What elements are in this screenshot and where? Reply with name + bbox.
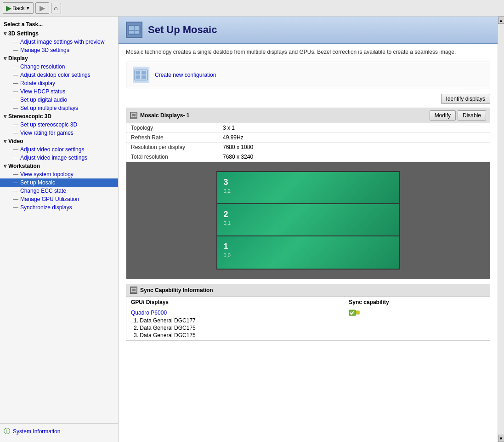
display-num-label-1: 1. [134, 317, 140, 324]
scroll-up-button[interactable]: ▲ [498, 17, 504, 24]
display-coord-3: 0,2 [224, 188, 393, 194]
dash-icon4: — [13, 72, 18, 78]
sidebar-bottom[interactable]: ⓘ System Information [0, 423, 118, 439]
refresh-row: Refresh Rate 49.99Hz [126, 133, 490, 143]
sidebar-item-video-image[interactable]: — Adjust video image settings [0, 154, 118, 162]
identify-displays-button[interactable]: Identify displays [441, 94, 490, 104]
col-sync-header: Sync capability [344, 297, 490, 308]
sidebar-category-display: ▿ Display [0, 54, 118, 63]
sidebar-item-desktop-color[interactable]: — Adjust desktop color settings [0, 71, 118, 79]
sidebar-category-video: ▿ Video [0, 137, 118, 145]
content-area: Set Up Mosaic Mosaic technology creates … [119, 17, 498, 442]
gpu-info-cell: Quadro P6000 1. Data General DGC177 2. D… [126, 308, 344, 341]
dash-icon7: — [13, 97, 18, 103]
sidebar-item-multiple-displays[interactable]: — Set up multiple displays [0, 104, 118, 112]
expand-icon-video: ▿ [4, 138, 6, 144]
display-num-2: 2 [224, 210, 393, 219]
dash-icon17: — [13, 204, 18, 211]
total-res-label: Total resolution [126, 152, 218, 162]
sidebar-item-rotate[interactable]: — Rotate display [0, 79, 118, 87]
mosaic-info-table: Topology 3 x 1 Refresh Rate 49.99Hz Reso… [126, 123, 490, 162]
modify-button[interactable]: Modify [430, 110, 456, 121]
display-num-3: 3 [224, 178, 393, 187]
identify-btn-row: Identify displays [126, 94, 490, 104]
dash-icon10: — [13, 130, 18, 136]
dash-icon16: — [13, 196, 18, 202]
svg-rect-2 [135, 26, 139, 30]
dash-icon: — [13, 39, 18, 45]
display-num-label-2: 2. [134, 325, 140, 331]
expand-icon-workstation: ▿ [4, 163, 6, 169]
dash-icon13: — [13, 171, 18, 178]
sync-capability-icon [349, 310, 359, 318]
sidebar-item-ecc[interactable]: — Change ECC state [0, 187, 118, 195]
toolbar: ▶ Back ▼ ▶ ⌂ [0, 0, 504, 17]
config-icon-svg [134, 69, 148, 80]
res-per-value: 7680 x 1080 [218, 143, 490, 152]
sidebar-item-video-color[interactable]: — Adjust video color settings [0, 145, 118, 154]
sidebar-item-change-res[interactable]: — Change resolution [0, 63, 118, 71]
dash-icon15: — [13, 188, 18, 194]
topology-row: Topology 3 x 1 [126, 123, 490, 133]
gpu-name-link[interactable]: Quadro P6000 [131, 310, 167, 316]
back-button[interactable]: ▶ Back ▼ [3, 2, 34, 14]
display-name-1: Data General DGC177 [140, 317, 195, 324]
sync-section: Sync Capability Information GPU/ Display… [126, 284, 490, 341]
res-per-display-row: Resolution per display 7680 x 1080 [126, 143, 490, 152]
sidebar-item-setup-mosaic[interactable]: — Set up Mosaic [0, 178, 118, 187]
dash-icon3: — [13, 63, 18, 70]
content-body: Mosaic technology creates a single deskt… [119, 44, 498, 442]
sync-capability-table: GPU/ Displays Sync capability Quadro P60… [126, 297, 490, 340]
sidebar-item-hdcp[interactable]: — View HDCP status [0, 87, 118, 96]
info-icon: ⓘ [4, 427, 10, 436]
sidebar-item-system-topology[interactable]: — View system topology [0, 170, 118, 178]
description-text: Mosaic technology creates a single deskt… [126, 49, 490, 55]
display-block-3: 3 0,2 [217, 172, 399, 204]
res-per-label: Resolution per display [126, 143, 218, 152]
back-label: Back [12, 5, 25, 11]
list-item-2: 2. Data General DGC175 [134, 324, 340, 332]
refresh-label: Refresh Rate [126, 133, 218, 143]
create-config-link[interactable]: Create new configuration [155, 72, 216, 78]
sidebar-item-adjust-image[interactable]: — Adjust image settings with preview [0, 38, 118, 46]
sidebar-item-sync-displays[interactable]: — Synchronize displays [0, 203, 118, 212]
sidebar-item-rating-games[interactable]: — View rating for games [0, 129, 118, 137]
total-res-row: Total resolution 7680 x 3240 [126, 152, 490, 162]
refresh-value: 49.99Hz [218, 133, 490, 143]
scroll-down-button[interactable]: ▼ [498, 435, 504, 442]
svg-rect-10 [131, 114, 136, 117]
mosaic-section: Mosaic Displays- 1 Modify Disable Topolo… [126, 108, 490, 279]
svg-rect-3 [129, 31, 134, 34]
expand-icon-stereo: ▿ [4, 113, 6, 120]
dash-icon14: — [13, 179, 18, 186]
forward-button[interactable]: ▶ [35, 2, 49, 14]
back-dropdown-arrow: ▼ [26, 6, 30, 11]
sync-checkmark-icon [349, 310, 360, 319]
dash-icon9: — [13, 121, 18, 128]
mosaic-section-icon [130, 112, 137, 119]
svg-rect-7 [142, 71, 146, 75]
disable-button[interactable]: Disable [458, 110, 486, 121]
main-layout: Select a Task... ▿ 3D Settings — Adjust … [0, 17, 504, 442]
sidebar-item-manage-3d[interactable]: — Manage 3D settings [0, 46, 118, 54]
config-icon [133, 67, 149, 83]
sync-capability-cell [344, 308, 490, 341]
sync-header-left: Sync Capability Information [130, 287, 213, 294]
sidebar-title: Select a Task... [0, 19, 118, 29]
sync-section-header: Sync Capability Information [126, 284, 490, 297]
scrollbar[interactable]: ▲ ▼ [498, 17, 504, 442]
header-icon [126, 22, 142, 38]
home-button[interactable]: ⌂ [51, 3, 61, 13]
sync-table-header-row: GPU/ Displays Sync capability [126, 297, 490, 308]
display-num-1: 1 [224, 242, 393, 252]
sidebar-item-gpu-util[interactable]: — Manage GPU Utilization [0, 195, 118, 203]
sidebar-item-digital-audio[interactable]: — Set up digital audio [0, 96, 118, 104]
sidebar-item-stereo-3d[interactable]: — Set up stereoscopic 3D [0, 121, 118, 129]
display-block-1: 1 0,0 [217, 236, 399, 269]
display-name-2: Data General DGC175 [140, 325, 195, 331]
svg-rect-9 [142, 75, 146, 79]
back-icon: ▶ [6, 4, 11, 12]
topology-value: 3 x 1 [218, 123, 490, 133]
display-block-2: 2 0,1 [217, 204, 399, 236]
display-visualization: 3 0,2 2 0,1 1 0,0 [126, 162, 490, 279]
